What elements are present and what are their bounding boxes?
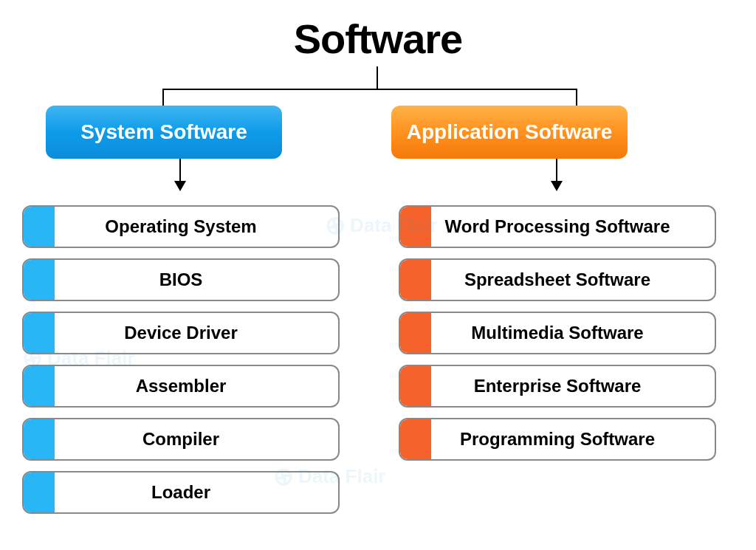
connector-line (377, 66, 378, 89)
item-label: Enterprise Software (431, 376, 715, 396)
item-color-tag (400, 313, 431, 353)
item-color-tag (400, 366, 431, 406)
item-label: Compiler (55, 429, 338, 450)
category-application-software: Application Software (391, 106, 628, 159)
item-label: Assembler (55, 376, 338, 396)
application-items-column: Word Processing Software Spreadsheet Sof… (399, 205, 716, 461)
connector-line (162, 89, 164, 106)
list-item: Word Processing Software (399, 205, 716, 248)
system-items-column: Operating System BIOS Device Driver Asse… (22, 205, 340, 514)
item-color-tag (24, 366, 55, 406)
item-color-tag (24, 207, 55, 247)
item-label: Programming Software (431, 429, 715, 450)
item-color-tag (24, 472, 55, 512)
item-color-tag (24, 260, 55, 300)
list-item: Enterprise Software (399, 365, 716, 408)
arrow-down-icon (179, 159, 181, 190)
item-label: BIOS (55, 269, 338, 290)
list-item: Compiler (22, 418, 340, 461)
item-label: Device Driver (55, 323, 338, 343)
item-color-tag (400, 419, 431, 459)
item-color-tag (400, 207, 431, 247)
item-label: Multimedia Software (431, 323, 715, 343)
list-item: Device Driver (22, 312, 340, 354)
list-item: BIOS (22, 258, 340, 301)
connector-line (576, 89, 577, 106)
item-color-tag (24, 419, 55, 459)
item-label: Operating System (55, 216, 338, 237)
connector-line (162, 89, 577, 90)
category-label: System Software (80, 120, 247, 144)
list-item: Loader (22, 471, 340, 514)
list-item: Programming Software (399, 418, 716, 461)
category-label: Application Software (407, 120, 612, 144)
list-item: Multimedia Software (399, 312, 716, 354)
arrow-down-icon (556, 159, 557, 190)
list-item: Spreadsheet Software (399, 258, 716, 301)
list-item: Assembler (22, 365, 340, 408)
item-color-tag (400, 260, 431, 300)
item-label: Spreadsheet Software (431, 269, 715, 290)
category-system-software: System Software (46, 106, 282, 159)
diagram-title: Software (294, 15, 463, 63)
list-item: Operating System (22, 205, 340, 248)
item-label: Loader (55, 482, 338, 503)
item-color-tag (24, 313, 55, 353)
item-label: Word Processing Software (431, 216, 715, 237)
